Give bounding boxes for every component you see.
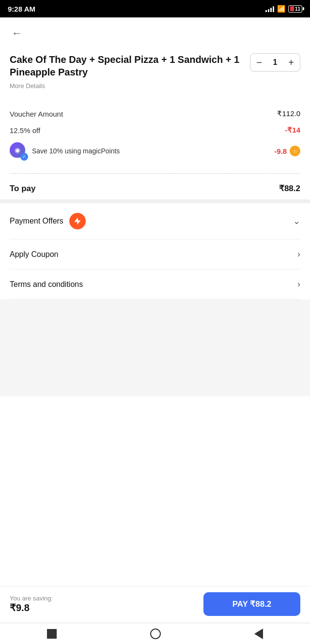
quantity-control: − 1 + [250,53,300,72]
bottom-spacer [0,300,310,396]
section-divider-1 [0,199,310,203]
back-arrow-icon: ← [12,27,22,40]
terms-item[interactable]: Terms and conditions › [0,270,310,299]
saving-amount: ₹9.8 [10,602,53,614]
chevron-down-icon: ⌄ [293,216,300,226]
magic-points-row: ◉ ✓ Save 10% using magicPoints -9.8 ○ [10,138,300,164]
terms-label: Terms and conditions [10,280,83,289]
to-pay-row: To pay ₹88.2 [0,178,310,199]
nav-back-icon[interactable] [254,629,263,639]
quantity-decrease-button[interactable]: − [250,53,268,72]
to-pay-label: To pay [10,184,36,194]
payment-offers-label: Payment Offers [10,217,63,225]
product-section: Cake Of The Day + Special Pizza + 1 Sand… [0,45,310,100]
battery-icon: 11 [288,5,302,13]
price-section: Voucher Amount ₹112.0 12.5% off -₹14 ◉ ✓… [0,100,310,169]
discount-label: 12.5% off [10,126,40,135]
product-title: Cake Of The Day + Special Pizza + 1 Sand… [10,53,242,78]
quantity-increase-button[interactable]: + [282,53,300,72]
chevron-right-icon-coupon: › [297,249,300,259]
magic-points-left: ◉ ✓ Save 10% using magicPoints [10,142,120,160]
magic-points-right: -9.8 ○ [274,146,300,156]
status-time: 9:28 AM [8,5,35,13]
wifi-icon: 📶 [277,5,285,13]
apply-coupon-label: Apply Coupon [10,250,59,259]
coin-icon: ○ [290,146,300,156]
to-pay-value: ₹88.2 [279,183,300,194]
nav-home-icon[interactable] [47,629,57,639]
pay-button[interactable]: PAY ₹88.2 [203,592,300,616]
quantity-value: 1 [268,58,282,67]
voucher-label: Voucher Amount [10,110,63,118]
voucher-value: ₹112.0 [277,109,300,118]
saving-section: You are saving: ₹9.8 [10,595,53,614]
nav-circle-icon[interactable] [150,629,161,639]
back-button[interactable]: ← [10,25,24,42]
status-bar: 9:28 AM 📶 11 [0,0,310,17]
lightning-icon [73,217,82,225]
more-details-link[interactable]: More Details [10,82,45,90]
payment-offers-item[interactable]: Payment Offers ⌄ [0,203,310,239]
saving-label: You are saving: [10,595,53,602]
payment-offers-badge [69,213,86,229]
product-info: Cake Of The Day + Special Pizza + 1 Sand… [10,53,250,90]
voucher-row: Voucher Amount ₹112.0 [10,105,300,122]
chevron-right-icon-terms: › [297,279,300,289]
magic-saving-value: -9.8 [274,147,287,155]
discount-row: 12.5% off -₹14 [10,122,300,138]
status-icons: 📶 11 [265,5,302,13]
main-content: ← Cake Of The Day + Special Pizza + 1 Sa… [0,17,310,644]
payment-offers-left: Payment Offers [10,213,86,229]
dashed-divider [10,173,300,174]
magic-label: Save 10% using magicPoints [32,147,120,155]
magic-points-icon: ◉ ✓ [10,142,27,160]
nav-bar [0,623,310,644]
footer: You are saving: ₹9.8 PAY ₹88.2 [0,586,310,623]
discount-value: -₹14 [285,126,300,135]
header: ← [0,17,310,45]
apply-coupon-item[interactable]: Apply Coupon › [0,240,310,269]
signal-icon [265,5,274,12]
